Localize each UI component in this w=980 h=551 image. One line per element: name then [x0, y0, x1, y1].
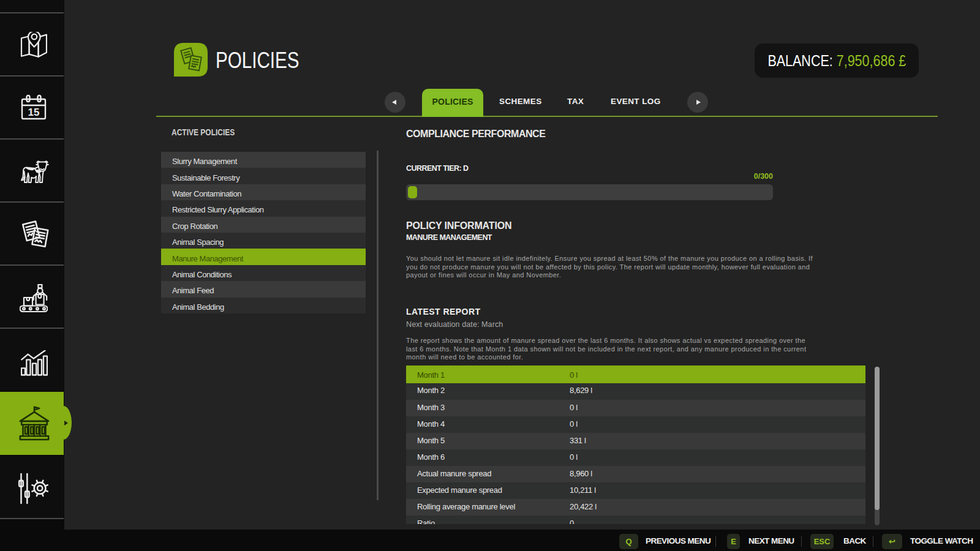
svg-text:15: 15: [28, 107, 40, 118]
